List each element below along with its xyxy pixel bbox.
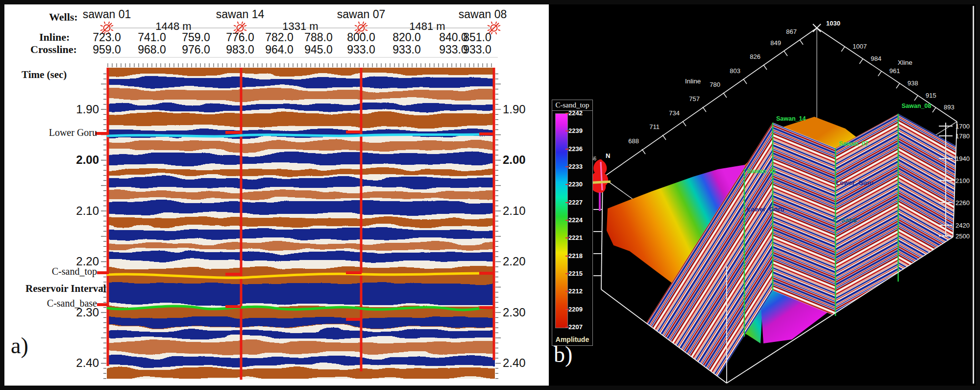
inline-value: 800.0 (339, 31, 383, 44)
panel-b-letter: b) (554, 341, 572, 367)
colorbar-tick-label: 2242 (568, 109, 591, 117)
crossline-value: 983.0 (218, 43, 262, 56)
inline-axis-tick-label: 711 (649, 123, 660, 130)
crossline-row-label: Crossline: (30, 43, 77, 56)
colorbar-tick-label: 2207 (568, 323, 591, 331)
crossline-value: 976.0 (174, 43, 218, 56)
inline-value: 851.0 (455, 31, 499, 44)
well-name-label: sawan 14 (198, 8, 282, 21)
reservoir-interval-annotation: Reservoir Interval (25, 283, 106, 295)
colorbar-tick-label: 2209 (568, 306, 591, 313)
crossline-value: 933.0 (455, 43, 499, 56)
colorbar-tick-label: 2212 (568, 287, 591, 295)
c-sand-label: C_Sand (833, 216, 857, 224)
crossline-value: 933.0 (339, 43, 383, 56)
inline-value: 820.0 (385, 31, 429, 44)
xline-axis-tick-label: 915 (926, 92, 936, 99)
depth-axis-tick-label: 1780 (956, 132, 970, 140)
well-name-label: sawan 07 (319, 8, 403, 21)
colorbar-tick-label: 2239 (568, 127, 591, 134)
crossline-value: 933.0 (385, 43, 429, 56)
inline-value: 776.0 (218, 31, 262, 44)
inline-axis-tick-label: 780 (710, 81, 720, 88)
lower-goru-label-right: Lower_Goru (836, 179, 874, 186)
inline-axis-tick-label: 826 (750, 53, 760, 60)
crossline-value: 964.0 (257, 43, 301, 56)
time-tick-label-right: 2.30 (503, 306, 537, 319)
seismic-reflectivity-texture (97, 63, 505, 390)
inline-value: 723.0 (85, 31, 129, 44)
time-tick-label-left: 2.00 (70, 153, 99, 167)
time-tick-label-right: 1.90 (503, 103, 537, 116)
inline-row-label: Inline: (39, 31, 70, 44)
time-tick-label-right: 2.00 (503, 153, 537, 167)
colorbar-tick-label: 2215 (568, 270, 591, 277)
depth-axis-tick-label: 2260 (956, 199, 970, 207)
fence-panel-08-east (898, 114, 956, 313)
compass-north-label: N (606, 152, 610, 159)
xline-axis-title: Xline (898, 59, 912, 66)
figure-root: 1700178019402100226024202500 68871173475… (0, 0, 980, 390)
time-axis-title: Time (sec) (22, 69, 67, 81)
colorbar-tick-label: 2221 (568, 234, 591, 241)
xline-axis-tick-label: 938 (907, 79, 918, 87)
inline-axis-title: Inline (685, 78, 701, 85)
time-tick-label-right: 2.10 (503, 204, 537, 218)
time-tick-label-right: 2.40 (503, 356, 537, 370)
figure-graphics: 1700178019402100226024202500 68871173475… (0, 0, 980, 390)
inline-axis-tick-label: 757 (689, 95, 700, 103)
crossline-value: 945.0 (296, 43, 341, 56)
inline-axis-tick-label: 867 (786, 28, 797, 35)
inline-axis-tick-label: 688 (628, 137, 639, 145)
depth-axis-tick-label: 2420 (956, 222, 970, 229)
colorbar-tick-label: 2218 (568, 252, 591, 260)
crossline-value: 959.0 (85, 43, 129, 56)
inline-axis-tick-label: 849 (770, 39, 781, 47)
depth-axis-tick-label: 2100 (956, 177, 970, 184)
colorbar-tick-label: 2227 (568, 199, 591, 206)
seismic-section (95, 22, 505, 390)
depth-axis-tick-label: 1940 (956, 155, 970, 162)
fence-panel-14-07 (773, 123, 835, 316)
colorbar-tick-label: 2230 (568, 181, 591, 188)
time-tick-label-left: 2.20 (70, 255, 99, 268)
well-label-3d: Sawan_07 (839, 140, 869, 147)
lower-goru-annotation: Lower Goru (24, 127, 97, 138)
panel-a-letter: a) (11, 333, 28, 359)
time-tick-label-left: 2.10 (70, 204, 99, 218)
colorbar-gradient (555, 113, 568, 328)
well-label-3d: Sawan_14 (776, 115, 806, 122)
xline-axis-tick-label: 961 (889, 67, 900, 75)
colorbar-tick-label: 2236 (568, 145, 591, 153)
time-tick-label-left: 2.30 (70, 306, 99, 319)
xline-apex-label: 1030 (826, 20, 840, 27)
xline-axis-tick-label: 1007 (853, 43, 867, 50)
lower-goru-label-left: Lower_Goru (747, 206, 784, 213)
amplitude-colorbar: C-sand_top 22422239223622332230222722242… (552, 100, 593, 346)
inline-value: 782.0 (257, 31, 301, 44)
time-tick-label-right: 2.20 (503, 255, 537, 268)
inline-value: 741.0 (130, 31, 174, 44)
crossline-value: 968.0 (130, 43, 174, 56)
inline-axis-tick-label: 803 (730, 67, 740, 75)
xline-axis-tick-label: 984 (871, 55, 882, 62)
depth-axis-tick-label: 2500 (956, 233, 970, 240)
xline-axis-ticks: 1007984961938915893 (841, 43, 955, 112)
colorbar-tick-label: 2233 (568, 163, 591, 170)
well-name-label: sawan 08 (441, 8, 524, 21)
trace-tick-row (108, 63, 491, 67)
panel-b-edge-line (973, 6, 974, 384)
well-label-3d: Sawan_01 (747, 168, 777, 175)
time-tick-label-left: 1.90 (70, 103, 99, 116)
inline-value: 788.0 (296, 31, 341, 44)
well-name-label: sawan 01 (65, 8, 148, 21)
well-label-3d: Sawan_08 (902, 103, 931, 109)
time-tick-label-left: 2.40 (70, 356, 99, 370)
xline-axis-tick-label: 893 (944, 104, 955, 111)
depth-axis-tick-label: 1700 (956, 123, 970, 130)
3d-seismic-scene: 1700178019402100226024202500 68871173475… (588, 6, 974, 390)
inline-value: 759.0 (174, 31, 218, 44)
colorbar-tick-label: 2224 (568, 216, 591, 224)
inline-axis-tick-label: 734 (669, 109, 680, 117)
